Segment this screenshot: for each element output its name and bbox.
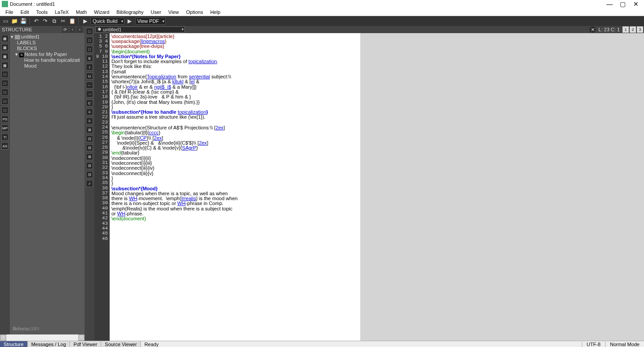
structure-header: STRUCTURE ⟳ ‹ › — [0, 26, 85, 33]
build-combo[interactable]: Quick Build — [90, 17, 124, 25]
menu-latex[interactable]: LaTeX — [51, 9, 72, 15]
struct-icon-0[interactable]: ▦ — [1, 35, 9, 42]
snip-icon-9[interactable]: ≡ — [86, 108, 93, 116]
struct-icon-4[interactable]: □ — [1, 71, 9, 78]
line-gutter: 1 2 3 4 5 6 7 8 9 10 11 12 13 14 15 16 1… — [94, 33, 110, 341]
pane-button-1[interactable]: 1 — [623, 26, 629, 33]
menu-options[interactable]: Options — [183, 9, 207, 15]
tree-subsection[interactable]: Mood — [11, 63, 84, 69]
new-file-icon[interactable]: ▭ — [2, 17, 9, 25]
save-file-icon[interactable]: 💾 — [20, 17, 27, 25]
paste-icon[interactable]: 📋 — [68, 17, 76, 25]
title-bar: Document : untitled1 — ▢ ✕ — [0, 0, 644, 8]
struct-icon-6[interactable]: □ — [1, 89, 9, 96]
snip-icon-10[interactable]: ≡ — [86, 117, 93, 124]
snip-icon-16[interactable]: ⊡ — [86, 171, 93, 178]
minimize-button[interactable]: — — [606, 1, 612, 7]
menu-help[interactable]: Help — [207, 9, 224, 15]
snip-icon-14[interactable]: ⊞ — [86, 153, 93, 160]
editor-tab-bar: untitled1 ✕ L: 23 C: 1 123 — [94, 26, 644, 33]
tree-subsection[interactable]: How to handle topicalizati — [11, 57, 84, 63]
view-combo[interactable]: View PDF — [135, 17, 166, 25]
prev-icon[interactable]: ‹ — [69, 26, 76, 33]
status-ready: Ready — [141, 342, 162, 347]
pane-button-3[interactable]: 3 — [637, 26, 643, 33]
struct-icon-11[interactable]: TI — [1, 133, 9, 141]
struct-icon-5[interactable]: □ — [1, 80, 9, 87]
snip-icon-1[interactable]: □ — [86, 37, 93, 44]
open-file-icon[interactable]: 📁 — [11, 17, 18, 25]
snip-icon-15[interactable]: ⊟ — [86, 162, 93, 169]
status-tab-structure[interactable]: Structure — [0, 341, 28, 347]
menu-bar: FileEditToolsLaTeXMathWizardBibliography… — [0, 8, 644, 16]
snip-icon-11[interactable]: ⊞ — [86, 126, 93, 133]
struct-icon-3[interactable]: ▦ — [1, 62, 9, 69]
struct-icon-1[interactable]: ▦ — [1, 44, 9, 51]
pane-buttons: 123 — [623, 26, 643, 33]
snip-icon-4[interactable]: I — [86, 64, 93, 71]
copy-icon[interactable]: ⧉ — [51, 17, 58, 25]
editor-area: untitled1 ✕ L: 23 C: 1 123 1 2 3 4 5 6 7… — [94, 26, 644, 341]
maximize-button[interactable]: ▢ — [620, 1, 625, 7]
menu-math[interactable]: Math — [73, 9, 90, 15]
snip-icon-8[interactable]: C — [86, 99, 93, 107]
structure-title: STRUCTURE — [2, 27, 32, 32]
status-tab-pdf-viewer[interactable]: Pdf Viewer — [70, 341, 101, 347]
struct-icon-12[interactable]: AS — [1, 142, 9, 150]
menu-wizard[interactable]: Wizard — [90, 9, 113, 15]
status-bar: StructureMessages / LogPdf ViewerSource … — [0, 341, 644, 347]
view-run-icon[interactable]: ▶ — [126, 17, 133, 25]
status-mode: Normal Mode — [605, 342, 644, 347]
snip-icon-12[interactable]: ⊡ — [86, 135, 93, 142]
snip-icon-17[interactable]: ✓ — [86, 180, 93, 187]
cursor-position: L: 23 C: 1 — [598, 27, 620, 32]
struct-icon-2[interactable]: ▦ — [1, 53, 9, 60]
snip-icon-5[interactable]: U — [86, 73, 93, 80]
structure-tree[interactable]: ▾ untitled1 LABELS BLOCKS ▾ SNotes for M… — [10, 33, 85, 334]
snip-icon-13[interactable]: ⊟ — [86, 144, 93, 151]
struct-icon-10[interactable]: MP — [1, 124, 9, 132]
code-editor[interactable]: \documentclass[12pt]{article}\usepackage… — [110, 33, 360, 341]
snip-icon-2[interactable]: □ — [86, 46, 93, 53]
refresh-icon[interactable]: ⟳ — [62, 26, 68, 33]
window-title: Document : untitled1 — [10, 1, 55, 7]
tree-section[interactable]: ▾ SNotes for My Paper — [11, 51, 84, 57]
struct-icon-8[interactable]: □ — [1, 107, 9, 114]
snip-icon-3[interactable]: B — [86, 55, 93, 62]
pane-button-2[interactable]: 2 — [630, 26, 636, 33]
watermark: filehorse.com — [13, 323, 39, 332]
next-icon[interactable]: › — [77, 26, 83, 33]
cut-icon[interactable]: ✂ — [60, 17, 67, 25]
status-encoding: UTF-8 — [582, 342, 605, 347]
snip-icon-7[interactable]: → — [86, 90, 93, 98]
structure-panel: STRUCTURE ⟳ ‹ › ▦▦▦▦□□□□□PSMPTIAS ▾ unti… — [0, 26, 85, 341]
main-toolbar: ▭ 📁 💾 ↶ ↷ ⧉ ✂ 📋 ▶ Quick Build ▶ View PDF — [0, 16, 644, 26]
struct-icon-7[interactable]: □ — [1, 98, 9, 105]
snip-icon-0[interactable]: □ — [86, 28, 93, 35]
redo-icon[interactable]: ↷ — [42, 17, 49, 25]
struct-icon-9[interactable]: PS — [1, 116, 9, 123]
menu-view[interactable]: View — [165, 9, 183, 15]
app-icon — [2, 1, 8, 7]
snippet-icon-column: □□□BIU←→C≡≡⊞⊡⊟⊞⊟⊡✓ — [85, 26, 94, 341]
close-button[interactable]: ✕ — [633, 1, 639, 7]
menu-user[interactable]: User — [147, 9, 165, 15]
status-tab-source-viewer[interactable]: Source Viewer — [101, 341, 141, 347]
menu-edit[interactable]: Edit — [17, 9, 33, 15]
run-icon[interactable]: ▶ — [81, 17, 89, 25]
preview-pane — [360, 33, 644, 341]
undo-icon[interactable]: ↶ — [33, 17, 40, 25]
structure-icon-column: ▦▦▦▦□□□□□PSMPTIAS — [0, 33, 10, 334]
close-tab-icon[interactable]: ✕ — [589, 26, 596, 33]
menu-file[interactable]: File — [2, 9, 17, 15]
menu-tools[interactable]: Tools — [33, 9, 51, 15]
snip-icon-6[interactable]: ← — [86, 81, 93, 89]
structure-hscroll[interactable]: ◂▸ — [0, 334, 85, 341]
file-combo[interactable]: untitled1 — [95, 26, 185, 33]
menu-bibliography[interactable]: Bibliography — [113, 9, 147, 15]
status-tab-messages-log[interactable]: Messages / Log — [28, 341, 70, 347]
